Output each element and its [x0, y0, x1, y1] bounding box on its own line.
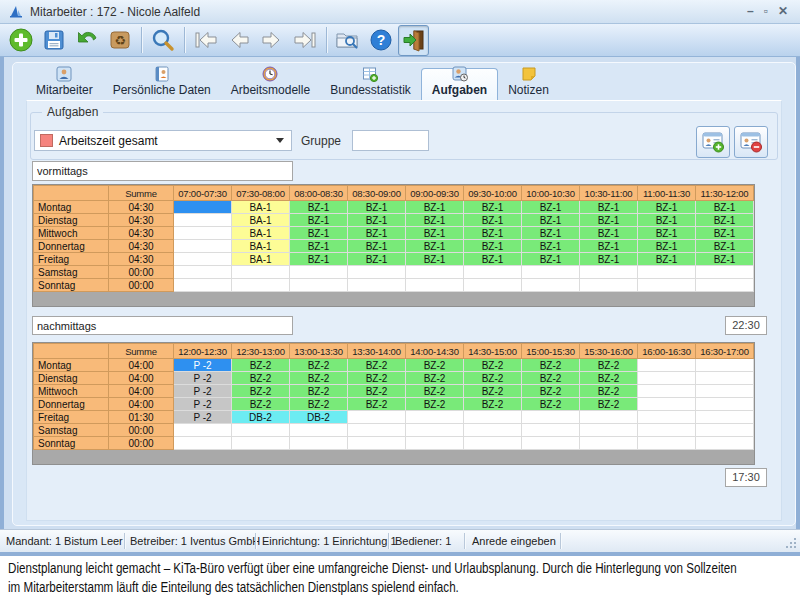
tab-bundesstatistik[interactable]: Bundesstatistik [320, 70, 421, 100]
slot-cell[interactable]: BZ-1 [406, 201, 464, 214]
slot-cell[interactable] [174, 240, 232, 253]
find-record-button[interactable] [332, 25, 363, 56]
last-record-button[interactable] [289, 25, 320, 56]
slot-cell[interactable]: P -2 [174, 411, 232, 424]
slot-cell[interactable] [464, 437, 522, 450]
slot-cell[interactable]: BZ-2 [348, 372, 406, 385]
search-button[interactable] [147, 25, 178, 56]
slot-cell[interactable] [174, 437, 232, 450]
exit-button[interactable] [398, 25, 429, 56]
slot-cell[interactable]: BZ-2 [406, 398, 464, 411]
slot-cell[interactable]: P -2 [174, 385, 232, 398]
slot-cell[interactable] [348, 279, 406, 292]
slot-cell[interactable]: BZ-1 [580, 253, 638, 266]
maximize-button[interactable]: ▫ [764, 4, 768, 18]
slot-cell[interactable]: BA-1 [232, 201, 290, 214]
morning-name-input[interactable] [32, 161, 293, 181]
slot-cell[interactable]: BZ-2 [464, 385, 522, 398]
slot-cell[interactable] [522, 437, 580, 450]
tab-aufgaben[interactable]: Aufgaben [421, 68, 498, 100]
slot-cell[interactable]: BZ-1 [638, 201, 696, 214]
slot-cell[interactable]: BZ-1 [522, 214, 580, 227]
slot-cell[interactable] [348, 424, 406, 437]
slot-cell[interactable] [696, 424, 754, 437]
slot-cell[interactable] [174, 279, 232, 292]
slot-cell[interactable]: BZ-1 [522, 201, 580, 214]
slot-cell[interactable]: P -2 [174, 359, 232, 372]
task-type-dropdown[interactable]: Arbeitszeit gesamt [34, 130, 292, 151]
tab-mitarbeiter[interactable]: Mitarbeiter [26, 70, 103, 100]
slot-cell[interactable] [406, 411, 464, 424]
undo-button[interactable] [71, 25, 102, 56]
slot-cell[interactable] [638, 279, 696, 292]
slot-cell[interactable]: BA-1 [232, 240, 290, 253]
slot-cell[interactable] [696, 398, 754, 411]
slot-cell[interactable] [696, 411, 754, 424]
remove-task-button[interactable] [734, 126, 768, 158]
slot-cell[interactable] [638, 385, 696, 398]
slot-cell[interactable] [290, 266, 348, 279]
tab-notizen[interactable]: Notizen [498, 70, 559, 100]
slot-cell[interactable] [638, 437, 696, 450]
slot-cell[interactable]: BZ-1 [348, 214, 406, 227]
slot-cell[interactable]: BZ-2 [464, 359, 522, 372]
slot-cell[interactable]: BZ-2 [464, 398, 522, 411]
slot-cell[interactable]: BZ-2 [580, 359, 638, 372]
slot-cell[interactable] [522, 411, 580, 424]
slot-cell[interactable] [174, 227, 232, 240]
slot-cell[interactable] [406, 279, 464, 292]
slot-cell[interactable]: BZ-1 [406, 240, 464, 253]
slot-cell[interactable] [522, 279, 580, 292]
slot-cell[interactable]: BZ-2 [290, 398, 348, 411]
slot-cell[interactable]: BZ-1 [464, 240, 522, 253]
slot-cell[interactable]: BZ-1 [580, 227, 638, 240]
slot-cell[interactable] [348, 266, 406, 279]
slot-cell[interactable] [406, 266, 464, 279]
slot-cell[interactable] [638, 266, 696, 279]
slot-cell[interactable] [232, 437, 290, 450]
slot-cell[interactable] [638, 424, 696, 437]
slot-cell[interactable]: BZ-1 [696, 227, 754, 240]
slot-cell[interactable]: DB-2 [290, 411, 348, 424]
recycle-button[interactable]: ♻ [104, 25, 135, 56]
slot-cell[interactable]: BA-1 [232, 214, 290, 227]
slot-cell[interactable]: BZ-2 [290, 385, 348, 398]
slot-cell[interactable] [290, 437, 348, 450]
slot-cell[interactable]: BZ-1 [406, 214, 464, 227]
slot-cell[interactable]: BZ-1 [696, 201, 754, 214]
slot-cell[interactable]: BZ-1 [522, 253, 580, 266]
slot-cell[interactable]: BZ-1 [638, 240, 696, 253]
slot-cell[interactable]: BZ-1 [638, 214, 696, 227]
slot-cell[interactable]: BZ-2 [232, 385, 290, 398]
slot-cell[interactable] [638, 398, 696, 411]
slot-cell[interactable]: BZ-1 [580, 240, 638, 253]
slot-cell[interactable]: BZ-1 [406, 253, 464, 266]
slot-cell[interactable] [232, 279, 290, 292]
help-button[interactable]: ? [365, 25, 396, 56]
slot-cell[interactable] [290, 424, 348, 437]
slot-cell[interactable] [696, 385, 754, 398]
slot-cell[interactable] [348, 437, 406, 450]
slot-cell[interactable]: BZ-1 [696, 240, 754, 253]
slot-cell[interactable]: BZ-1 [348, 253, 406, 266]
slot-cell[interactable] [464, 411, 522, 424]
slot-cell[interactable] [696, 279, 754, 292]
slot-cell[interactable] [580, 411, 638, 424]
slot-cell[interactable]: BZ-2 [232, 359, 290, 372]
slot-cell[interactable]: BZ-2 [580, 372, 638, 385]
slot-cell[interactable] [232, 424, 290, 437]
slot-cell[interactable]: BA-1 [232, 227, 290, 240]
slot-cell[interactable] [580, 424, 638, 437]
slot-cell[interactable]: BZ-2 [580, 385, 638, 398]
slot-cell[interactable] [232, 266, 290, 279]
slot-cell[interactable]: BZ-1 [290, 214, 348, 227]
slot-cell[interactable]: BZ-1 [638, 253, 696, 266]
tab-pers-nliche-daten[interactable]: Persönliche Daten [103, 70, 221, 100]
slot-cell[interactable] [580, 266, 638, 279]
slot-cell[interactable]: BZ-2 [348, 359, 406, 372]
slot-cell[interactable] [174, 214, 232, 227]
slot-cell[interactable] [696, 266, 754, 279]
slot-cell[interactable] [464, 266, 522, 279]
slot-cell[interactable]: BZ-1 [290, 253, 348, 266]
minimize-button[interactable]: – [747, 4, 754, 18]
